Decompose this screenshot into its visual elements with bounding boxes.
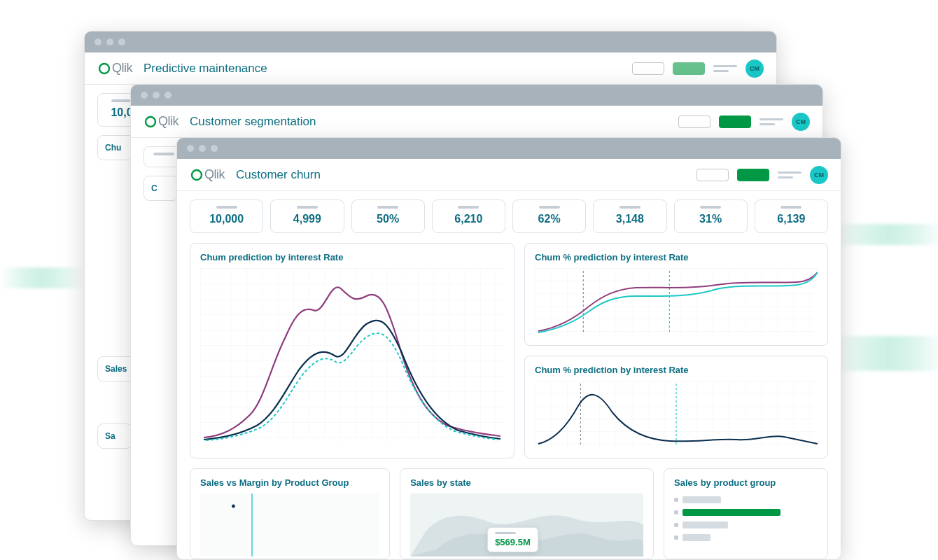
svg-rect-3 [200, 268, 504, 443]
kpi-card[interactable]: 6,210 [432, 200, 505, 233]
pill-button[interactable] [632, 62, 664, 75]
card-churn-pct-mid[interactable]: Chum % prediction by interest Rate [524, 356, 828, 458]
kpi-card[interactable]: 4,999 [270, 200, 344, 233]
menu-icon[interactable] [778, 172, 802, 178]
card-title: Chum % prediction by interest Rate [535, 365, 818, 375]
brand-text: Qlik [158, 114, 178, 129]
svg-point-1 [146, 117, 155, 127]
avatar[interactable]: CM [746, 59, 764, 78]
kpi-card[interactable]: 31% [674, 200, 748, 233]
brand-logo: Qlik [97, 61, 132, 76]
kpi-row: 10,000 4,999 50% 6,210 62% 3,148 31% 6,1… [190, 200, 828, 233]
charts-row: Chum prediction by interest Rate [190, 243, 828, 458]
svg-point-0 [99, 64, 109, 74]
card-churn-pct-top[interactable]: Chum % prediction by interest Rate [524, 243, 828, 346]
brand-text: Qlik [204, 167, 225, 182]
line-chart [200, 268, 504, 443]
traffic-light-icon [187, 145, 194, 152]
window-customer-churn: Qlik Customer churn CM 10,000 4,999 50% … [176, 137, 841, 560]
traffic-light-icon [164, 92, 172, 99]
brand-logo: Qlik [190, 167, 225, 182]
bar-chart [674, 493, 818, 541]
card-title: Chum prediction by interest Rate [200, 252, 504, 262]
svg-rect-4 [535, 268, 818, 337]
card-title: Sales by product group [674, 477, 818, 488]
card-sales-by-state[interactable]: Sales by state $569.5M [400, 468, 654, 559]
bottom-row: Sales vs Margin by Product Group Sales b… [190, 468, 828, 559]
kpi-card[interactable]: 3,148 [593, 200, 666, 233]
card-title: Sales vs Margin by Product Group [200, 477, 379, 488]
line-chart [535, 268, 818, 337]
traffic-light-icon [94, 38, 102, 46]
card-churn-prediction[interactable]: Chum prediction by interest Rate [190, 243, 514, 458]
traffic-light-icon [106, 38, 113, 46]
menu-icon[interactable] [760, 118, 783, 125]
pill-button[interactable] [678, 115, 710, 128]
traffic-light-icon [153, 92, 160, 99]
pill-button[interactable] [719, 115, 751, 128]
pill-button[interactable] [696, 169, 729, 181]
card-stub: Sa [97, 424, 132, 449]
page-title: Customer segmentation [190, 115, 316, 129]
brand-logo: Qlik [144, 114, 178, 129]
card-title: Sales by state [410, 477, 643, 488]
card-sales-vs-margin[interactable]: Sales vs Margin by Product Group [190, 468, 390, 559]
svg-rect-10 [200, 493, 379, 556]
kpi-card[interactable]: 62% [512, 200, 586, 233]
page-title: Customer churn [236, 168, 321, 182]
kpi-card[interactable]: 6,139 [755, 200, 828, 233]
titlebar [85, 31, 776, 52]
titlebar [131, 85, 822, 106]
header-controls: CM [696, 166, 828, 184]
app-header: Qlik Customer churn CM [177, 159, 841, 191]
header-controls: CM [632, 59, 764, 78]
page-title: Predictive maintenance [144, 62, 267, 76]
app-header: Qlik Predictive maintenance CM [85, 52, 776, 85]
menu-icon[interactable] [713, 65, 737, 72]
pill-button[interactable] [737, 169, 769, 181]
titlebar [177, 138, 841, 159]
traffic-light-icon [141, 92, 148, 99]
line-chart [535, 381, 818, 449]
card-sales-by-product-group[interactable]: Sales by product group [664, 468, 828, 559]
card-stub: C [144, 176, 178, 201]
brand-text: Qlik [112, 61, 132, 76]
card-title: Chum % prediction by interest Rate [535, 252, 818, 262]
pill-button[interactable] [673, 62, 705, 75]
kpi-card[interactable]: 10,000 [190, 200, 263, 233]
traffic-light-icon [118, 38, 125, 46]
svg-point-2 [192, 170, 202, 180]
svg-point-12 [232, 505, 235, 508]
traffic-light-icon [199, 145, 206, 152]
avatar[interactable]: CM [810, 166, 828, 184]
header-controls: CM [678, 113, 810, 131]
tooltip-value: $569.5M [495, 537, 531, 547]
dashboard-content: 10,000 4,999 50% 6,210 62% 3,148 31% 6,1… [177, 191, 841, 560]
avatar[interactable]: CM [792, 113, 810, 131]
traffic-light-icon [211, 145, 218, 152]
app-header: Qlik Customer segmentation CM [131, 106, 822, 138]
scatter-chart [200, 493, 379, 556]
kpi-card[interactable]: 50% [351, 200, 425, 233]
map-tooltip: $569.5M [487, 527, 538, 552]
